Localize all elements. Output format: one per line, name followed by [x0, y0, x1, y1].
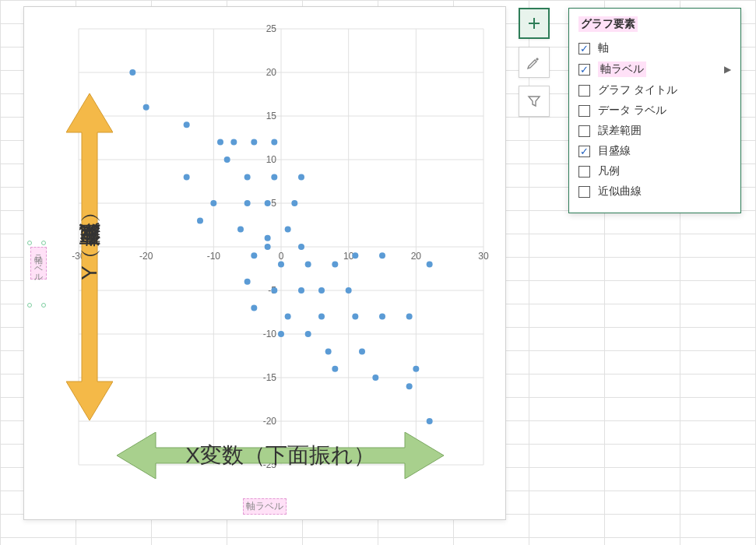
chart-element-option[interactable]: データ ラベル — [578, 100, 731, 121]
x-axis-label-placeholder[interactable]: 軸ラベル — [243, 498, 287, 515]
chart-element-option[interactable]: 凡例 — [578, 161, 731, 181]
svg-point-53 — [265, 235, 271, 241]
svg-point-78 — [359, 348, 365, 354]
svg-point-50 — [291, 200, 297, 206]
svg-point-57 — [251, 252, 257, 258]
selection-handle[interactable] — [27, 241, 32, 245]
option-label: 誤差範囲 — [598, 124, 642, 138]
svg-point-83 — [427, 418, 433, 424]
svg-point-47 — [210, 200, 216, 206]
svg-point-41 — [271, 139, 277, 146]
y-axis-label-placeholder[interactable]: 軸ラベル — [30, 247, 47, 280]
svg-text:10: 10 — [266, 154, 277, 165]
svg-point-39 — [230, 139, 237, 146]
svg-point-55 — [298, 244, 304, 250]
svg-point-79 — [332, 366, 338, 372]
svg-point-82 — [406, 383, 413, 389]
svg-point-42 — [184, 174, 190, 180]
x-variable-label: X変数（下面振れ） — [185, 441, 375, 470]
chart-styles-button[interactable] — [519, 47, 550, 78]
svg-point-40 — [251, 139, 257, 146]
svg-point-36 — [143, 104, 149, 111]
svg-point-54 — [285, 227, 291, 233]
svg-text:25: 25 — [266, 23, 277, 34]
svg-point-61 — [352, 252, 358, 258]
svg-point-76 — [305, 331, 311, 337]
chart-element-option[interactable]: 近似曲線 — [578, 181, 731, 202]
svg-point-49 — [265, 200, 271, 206]
chart-element-option[interactable]: 誤差範囲 — [578, 121, 731, 141]
svg-point-71 — [318, 314, 325, 320]
svg-text:-20: -20 — [139, 251, 153, 262]
svg-text:-10: -10 — [207, 251, 221, 262]
svg-point-35 — [129, 69, 135, 76]
scatter-plot-svg: -30-20-100102030-25-20-15-10-5510152025 — [55, 21, 491, 488]
svg-text:20: 20 — [266, 67, 277, 78]
svg-text:-15: -15 — [263, 372, 277, 383]
svg-point-73 — [379, 314, 385, 320]
svg-point-63 — [427, 261, 433, 267]
option-label: データ ラベル — [598, 104, 666, 118]
svg-point-68 — [346, 287, 352, 294]
svg-point-80 — [413, 366, 419, 372]
selection-handle[interactable] — [41, 241, 46, 245]
svg-point-44 — [244, 174, 251, 180]
checkbox[interactable] — [578, 64, 590, 76]
svg-point-70 — [285, 314, 291, 320]
svg-point-59 — [305, 261, 311, 267]
chart-element-option[interactable]: グラフ タイトル — [578, 80, 731, 100]
svg-point-65 — [271, 287, 277, 294]
svg-point-48 — [244, 200, 251, 206]
svg-point-38 — [217, 139, 223, 146]
chart-filters-button[interactable] — [519, 86, 550, 117]
svg-point-67 — [318, 287, 325, 294]
svg-text:15: 15 — [266, 111, 277, 121]
svg-point-51 — [197, 217, 203, 223]
plot-area[interactable]: -30-20-100102030-25-20-15-10-5510152025 — [55, 21, 491, 488]
checkbox[interactable] — [578, 166, 590, 178]
chart-element-option[interactable]: 目盛線 — [578, 141, 731, 161]
svg-text:-10: -10 — [263, 329, 277, 339]
svg-text:30: 30 — [478, 251, 489, 262]
svg-point-56 — [265, 244, 271, 250]
flyout-title: グラフ要素 — [578, 16, 638, 32]
svg-point-58 — [278, 261, 284, 267]
option-label: グラフ タイトル — [598, 83, 677, 97]
checkbox[interactable] — [578, 125, 590, 137]
funnel-icon — [526, 93, 542, 109]
svg-point-37 — [184, 121, 190, 128]
chart-tools-column — [519, 8, 550, 117]
chart-elements-button[interactable] — [519, 8, 550, 39]
option-label: 近似曲線 — [598, 185, 642, 199]
checkbox[interactable] — [578, 105, 590, 117]
chart-element-option[interactable]: 軸ラベル▶ — [578, 58, 731, 80]
chevron-right-icon[interactable]: ▶ — [724, 64, 731, 75]
svg-text:-20: -20 — [263, 416, 277, 427]
paintbrush-icon — [526, 54, 542, 70]
checkbox[interactable] — [578, 85, 590, 97]
x-variable-arrow-overlay: X変数（下面振れ） — [117, 432, 444, 479]
checkbox[interactable] — [578, 43, 590, 54]
checkbox[interactable] — [578, 186, 590, 198]
svg-text:0: 0 — [279, 251, 284, 262]
y-variable-arrow-overlay: Y変数（上面振れ） — [66, 93, 113, 420]
svg-point-43 — [224, 156, 230, 163]
option-label: 軸 — [598, 41, 609, 55]
svg-point-60 — [332, 261, 338, 267]
selection-handle[interactable] — [27, 303, 32, 308]
svg-point-45 — [271, 174, 277, 180]
plus-icon — [526, 16, 542, 31]
svg-point-66 — [298, 287, 304, 294]
svg-point-81 — [372, 374, 378, 381]
checkbox[interactable] — [578, 146, 590, 157]
svg-point-75 — [278, 331, 284, 337]
svg-point-46 — [298, 174, 304, 180]
svg-point-64 — [244, 279, 251, 285]
svg-point-72 — [352, 314, 358, 320]
option-label: 軸ラベル — [598, 62, 646, 77]
selection-handle[interactable] — [41, 303, 46, 308]
chart-element-option[interactable]: 軸 — [578, 38, 731, 58]
y-variable-label: Y変数（上面振れ） — [75, 234, 104, 280]
chart-elements-list: 軸軸ラベル▶グラフ タイトルデータ ラベル誤差範囲目盛線凡例近似曲線 — [578, 38, 731, 202]
svg-point-69 — [251, 304, 257, 311]
